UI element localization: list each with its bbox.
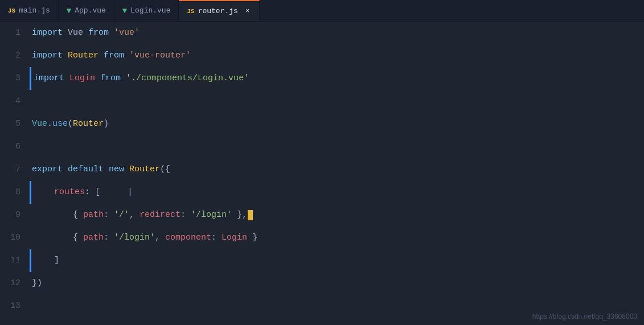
line-number: 3 [0, 67, 30, 90]
line-content: export default new Router({ [30, 158, 170, 181]
close-button[interactable]: × [244, 7, 251, 16]
line-number: 10 [0, 227, 30, 249]
line-number: 4 [0, 90, 30, 113]
tab-main-js[interactable]: JS main.js [0, 0, 59, 21]
line-number: 11 [0, 249, 30, 272]
line-number: 7 [0, 158, 30, 181]
line-number: 5 [0, 113, 30, 135]
line-number: 12 [0, 272, 30, 295]
watermark: https://blog.csdn.net/qq_33608000 [532, 312, 637, 320]
line-content: routes: [| [30, 181, 133, 204]
code-line: 1 import Vue from 'vue' [0, 22, 644, 44]
line-content: import Login from './components/Login.vu… [30, 67, 249, 90]
line-number: 1 [0, 22, 30, 44]
vue-icon: ▼ [122, 6, 127, 15]
line-content: import Vue from 'vue' [30, 22, 140, 44]
tab-label: router.js [198, 7, 238, 15]
line-number: 13 [0, 295, 30, 318]
line-content: { path: '/login', component: Login } [30, 227, 257, 249]
code-line: 5 Vue.use(Router) [0, 113, 644, 135]
code-line-accented: 3 import Login from './components/Login.… [0, 67, 644, 90]
code-line-accented: 8 routes: [| [0, 181, 644, 204]
code-line-accented: 11 ] [0, 249, 644, 272]
line-content: { path: '/', redirect: '/login' }, [30, 204, 253, 227]
tab-app-vue[interactable]: ▼ App.vue [59, 0, 114, 21]
code-line: 10 { path: '/login', component: Login } [0, 227, 644, 249]
code-line: 9 { path: '/', redirect: '/login' }, [0, 204, 644, 227]
code-line: 7 export default new Router({ [0, 158, 644, 181]
tab-login-vue[interactable]: ▼ Login.vue [114, 0, 179, 21]
line-number: 8 [0, 181, 30, 204]
code-line: 6 [0, 135, 644, 158]
code-line: 4 [0, 90, 644, 113]
tab-bar: JS main.js ▼ App.vue ▼ Login.vue JS rout… [0, 0, 644, 22]
line-content: import Router from 'vue-router' [30, 44, 191, 67]
vue-icon: ▼ [67, 6, 71, 15]
line-content: }) [30, 272, 42, 295]
tab-label: App.vue [75, 6, 106, 15]
tab-router-js[interactable]: JS router.js × [179, 0, 260, 21]
line-number: 2 [0, 44, 30, 67]
code-line: 12 }) [0, 272, 644, 295]
code-area: 1 import Vue from 'vue' 2 import Router … [0, 22, 644, 325]
line-content: ] [30, 249, 59, 272]
js-icon: JS [187, 8, 194, 15]
tab-label: main.js [19, 6, 50, 15]
code-line: 2 import Router from 'vue-router' [0, 44, 644, 67]
line-content: Vue.use(Router) [30, 113, 109, 135]
js-icon: JS [8, 7, 15, 14]
line-number: 9 [0, 204, 30, 227]
line-number: 6 [0, 135, 30, 158]
tab-label: Login.vue [130, 6, 170, 15]
